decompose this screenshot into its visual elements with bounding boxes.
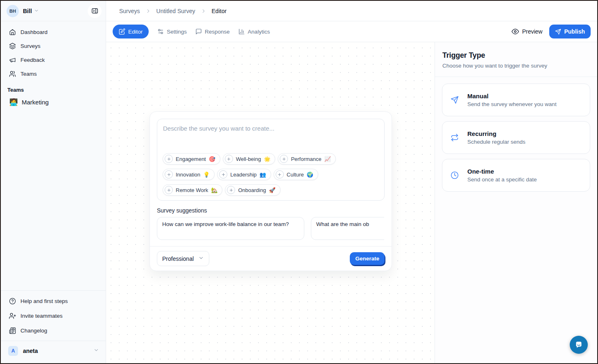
tab-editor[interactable]: Editor — [113, 25, 149, 38]
sidebar-item-label: Changelog — [20, 328, 47, 334]
option-description: Send once at a specific date — [467, 176, 537, 183]
sidebar-nav: Dashboard Surveys Feedback Teams — [1, 21, 106, 80]
sidebar-item-label: Feedback — [20, 57, 45, 63]
chevron-down-icon — [93, 347, 99, 355]
composer-footer: Professional Generate — [150, 246, 392, 271]
chevron-down-icon — [34, 7, 39, 15]
breadcrumb-current: Editor — [212, 8, 227, 14]
tone-select[interactable]: Professional — [157, 251, 209, 266]
tab-analytics[interactable]: Analytics — [238, 28, 270, 35]
plus-icon — [225, 155, 233, 163]
sidebar-footer-nav: Help and first steps Invite teammates Ch… — [1, 290, 106, 341]
teams-section-label: Teams — [7, 87, 99, 93]
workspace-name[interactable]: Bill — [23, 8, 32, 14]
user-avatar: A — [8, 346, 18, 356]
chevron-right-icon — [145, 8, 151, 14]
eye-icon — [512, 28, 519, 35]
tab-label: Editor — [128, 29, 143, 35]
sidebar-item-feedback[interactable]: Feedback — [6, 53, 101, 66]
breadcrumb-link-surveys[interactable]: Surveys — [119, 8, 140, 14]
chip-culture[interactable]: Culture 🌍 — [274, 169, 318, 180]
megaphone-icon — [9, 57, 16, 63]
messenger-icon — [574, 340, 584, 350]
generate-button[interactable]: Generate — [350, 252, 385, 265]
chip-innovation[interactable]: Innovation 💡 — [163, 169, 215, 180]
bar-chart-icon — [238, 28, 245, 35]
option-description: Send the survey whenever you want — [467, 101, 557, 107]
star-emoji-icon: 🌟 — [264, 156, 270, 162]
sidebar-item-dashboard[interactable]: Dashboard — [6, 25, 101, 38]
suggestions-row: How can we improve work-life balance in … — [157, 217, 384, 240]
people-emoji-icon: 👥 — [260, 172, 266, 178]
chat-launcher-button[interactable] — [570, 336, 588, 354]
preview-button[interactable]: Preview — [512, 28, 543, 35]
chip-onboarding[interactable]: Onboarding 🚀 — [225, 184, 280, 196]
trigger-type-panel: Trigger Type Choose how you want to trig… — [435, 42, 597, 363]
plus-icon — [227, 186, 235, 194]
plus-icon — [276, 170, 284, 179]
chip-label: Culture — [287, 172, 304, 178]
chip-label: Remote Work — [176, 187, 208, 193]
technologist-emoji-icon: 🧑‍💻 — [9, 98, 18, 106]
chip-performance[interactable]: Performance 📈 — [278, 153, 336, 165]
sidebar-item-teams[interactable]: Teams — [6, 67, 101, 80]
tab-label: Analytics — [248, 29, 270, 35]
panel-subtitle: Choose how you want to trigger the surve… — [442, 63, 590, 69]
sidebar-team-marketing[interactable]: 🧑‍💻 Marketing — [6, 95, 101, 109]
breadcrumb-bar: Surveys Untitled Survey Editor — [106, 1, 597, 21]
chip-engagement[interactable]: Engagement 🎯 — [163, 153, 220, 165]
layers-icon — [9, 43, 16, 50]
plus-icon — [165, 186, 173, 194]
panel-title: Trigger Type — [442, 51, 590, 60]
user-plus-icon — [9, 312, 16, 319]
team-label: Marketing — [22, 99, 49, 106]
edit-icon — [119, 28, 125, 35]
plus-icon — [165, 170, 173, 179]
breadcrumb-link-untitled-survey[interactable]: Untitled Survey — [156, 8, 195, 14]
help-circle-icon — [9, 298, 16, 305]
trigger-panel-header: Trigger Type Choose how you want to trig… — [435, 42, 597, 77]
tab-label: Settings — [167, 29, 187, 35]
sliders-icon — [157, 28, 164, 35]
house-emoji-icon: 🏡 — [211, 187, 217, 193]
user-menu[interactable]: A aneta — [1, 341, 106, 363]
publish-button[interactable]: Publish — [549, 25, 591, 38]
sidebar-item-label: Dashboard — [20, 29, 48, 35]
option-title: Manual — [467, 93, 557, 99]
chip-label: Well-being — [236, 156, 261, 162]
prompt-box: Engagement 🎯 Well-being 🌟 Performance 📈 — [157, 119, 385, 201]
chart-emoji-icon: 📈 — [324, 156, 331, 162]
tone-value: Professional — [162, 255, 194, 262]
publish-label: Publish — [564, 28, 585, 35]
globe-emoji-icon: 🌍 — [307, 172, 313, 178]
trigger-option-one-time[interactable]: One-time Send once at a specific date — [442, 159, 590, 192]
suggestion-card[interactable]: How can we improve work-life balance in … — [157, 217, 304, 240]
chip-remote-work[interactable]: Remote Work 🏡 — [163, 184, 222, 196]
suggestion-card[interactable]: What are the main ob — [311, 217, 384, 240]
sidebar-item-help[interactable]: Help and first steps — [6, 294, 101, 308]
workspace-header: BH Bill — [1, 1, 106, 21]
bulb-emoji-icon: 💡 — [203, 172, 210, 178]
plus-icon — [280, 155, 288, 163]
chip-leadership[interactable]: Leadership 👥 — [217, 169, 271, 180]
trigger-option-manual[interactable]: Manual Send the survey whenever you want — [442, 84, 590, 116]
sidebar-item-surveys[interactable]: Surveys — [6, 39, 101, 52]
tab-response[interactable]: Response — [195, 28, 230, 35]
send-icon — [451, 96, 459, 104]
sidebar: BH Bill Dashboard Surveys Feedback — [1, 1, 106, 363]
editor-canvas: Engagement 🎯 Well-being 🌟 Performance 📈 — [106, 42, 435, 363]
collapse-sidebar-button[interactable] — [88, 4, 102, 18]
chip-label: Engagement — [176, 156, 206, 162]
sidebar-item-changelog[interactable]: Changelog — [6, 323, 101, 337]
sidebar-item-invite-teammates[interactable]: Invite teammates — [6, 309, 101, 323]
chip-well-being[interactable]: Well-being 🌟 — [223, 153, 275, 165]
send-icon — [555, 29, 561, 35]
plus-icon — [219, 170, 227, 179]
trigger-option-recurring[interactable]: Recurring Schedule regular sends — [442, 121, 590, 154]
rocket-emoji-icon: 🚀 — [269, 187, 275, 193]
trigger-options: Manual Send the survey whenever you want… — [435, 77, 597, 198]
workspace-avatar[interactable]: BH — [7, 5, 19, 17]
newspaper-icon — [9, 327, 16, 334]
plus-icon — [165, 155, 173, 163]
tab-settings[interactable]: Settings — [157, 28, 187, 35]
